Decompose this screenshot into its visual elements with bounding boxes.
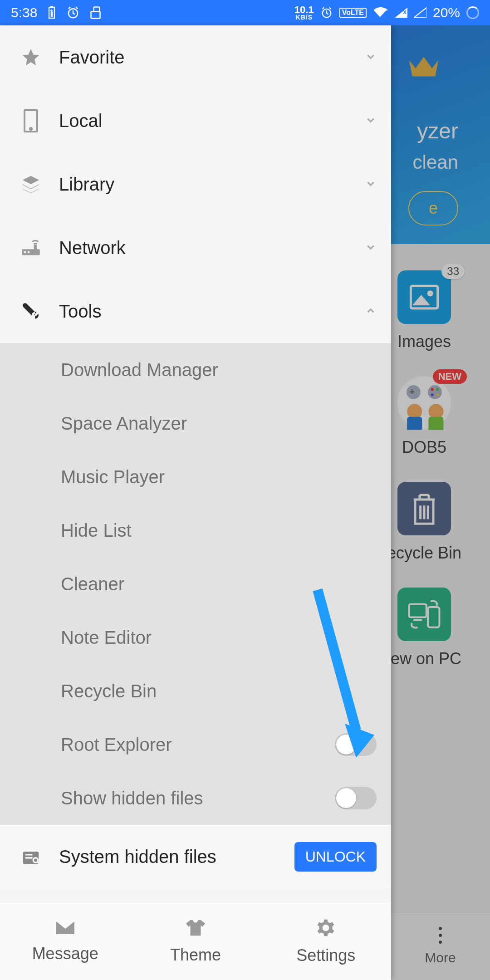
chevron-down-icon — [365, 114, 377, 127]
tool-music-player[interactable]: Music Player — [0, 450, 391, 504]
router-icon — [20, 237, 42, 259]
drawer-tab-settings[interactable]: Settings — [261, 903, 391, 980]
system-hidden-row[interactable]: System hidden files UNLOCK — [0, 825, 391, 889]
svg-point-26 — [24, 251, 26, 253]
envelope-icon — [54, 920, 76, 938]
svg-text:x: x — [403, 8, 407, 15]
wifi-icon — [373, 6, 388, 19]
tool-note-editor[interactable]: Note Editor — [0, 611, 391, 664]
alarm-icon-2 — [320, 6, 333, 19]
navigation-drawer: Favorite Local Library — [0, 25, 391, 980]
root-explorer-toggle[interactable] — [335, 733, 377, 756]
unlock-button[interactable]: UNLOCK — [294, 842, 377, 872]
rotate-lock-icon — [90, 5, 103, 20]
tool-download-manager[interactable]: Download Manager — [0, 343, 391, 397]
chevron-down-icon — [365, 51, 377, 64]
tool-cleaner[interactable]: Cleaner — [0, 557, 391, 611]
network-speed-icon: 10.1 KB/S — [294, 5, 314, 20]
star-icon — [20, 46, 42, 68]
loading-spinner-icon — [466, 6, 479, 19]
svg-text:+: + — [50, 7, 54, 14]
clock: 5:38 — [11, 5, 37, 20]
layers-icon — [20, 173, 42, 195]
chevron-down-icon — [365, 241, 377, 254]
status-left: 5:38 + — [11, 5, 103, 20]
svg-rect-6 — [91, 12, 100, 19]
drawer-item-favorite[interactable]: Favorite — [0, 25, 391, 89]
drawer-item-tools[interactable]: Tools — [0, 279, 391, 343]
alarm-icon — [66, 6, 80, 20]
svg-point-23 — [30, 128, 32, 130]
drawer-tab-theme[interactable]: Theme — [130, 903, 260, 980]
dimmer-overlay[interactable] — [391, 25, 490, 980]
tool-recycle-bin[interactable]: Recycle Bin — [0, 664, 391, 718]
signal-icon-1: x — [395, 7, 407, 18]
tool-space-analyzer[interactable]: Space Analyzer — [0, 397, 391, 450]
show-hidden-toggle[interactable] — [335, 787, 377, 809]
signal-icon-2 — [414, 7, 426, 18]
drawer-item-library[interactable]: Library — [0, 152, 391, 216]
drawer-item-local[interactable]: Local — [0, 89, 391, 152]
drawer-tab-message[interactable]: Message — [0, 903, 130, 980]
tool-root-explorer[interactable]: Root Explorer — [0, 718, 391, 771]
wrench-icon — [20, 300, 42, 322]
chevron-down-icon — [365, 178, 377, 191]
battery-charging-icon: + — [47, 6, 56, 20]
tool-show-hidden[interactable]: Show hidden files — [0, 771, 391, 825]
tool-hide-list[interactable]: Hide List — [0, 504, 391, 557]
status-right: 10.1 KB/S VoLTE x 20% — [294, 5, 479, 20]
drawer-item-network[interactable]: Network — [0, 216, 391, 279]
drawer-bottom-nav: Message Theme Settings — [0, 903, 391, 980]
chevron-up-icon — [365, 305, 377, 318]
status-bar: 5:38 + 10.1 KB/S VoLTE x 20% — [0, 0, 490, 25]
gear-icon — [316, 918, 336, 940]
tools-submenu: Download Manager Space Analyzer Music Pl… — [0, 343, 391, 825]
svg-point-27 — [28, 251, 30, 253]
volte-icon: VoLTE — [339, 8, 367, 18]
battery-text: 20% — [433, 5, 460, 20]
phone-icon — [20, 110, 42, 132]
system-hidden-icon — [20, 846, 42, 868]
tshirt-icon — [185, 918, 206, 939]
